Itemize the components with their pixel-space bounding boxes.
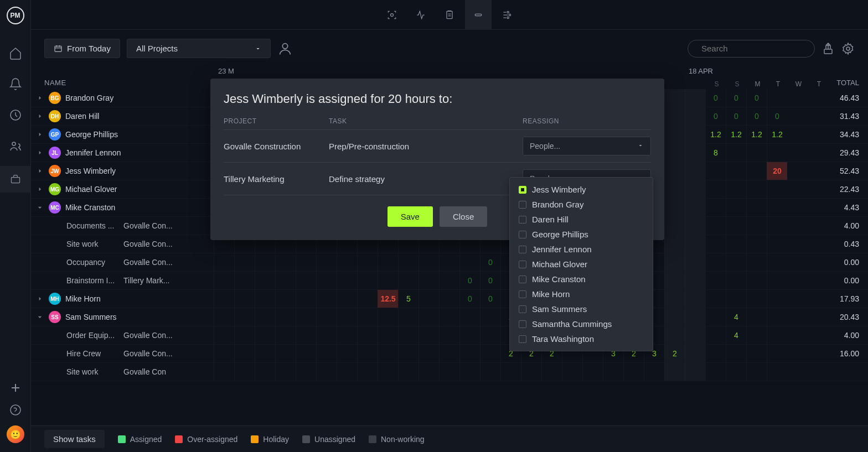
workload-cell[interactable] — [767, 89, 787, 107]
workload-cell[interactable] — [316, 253, 337, 271]
workload-cell[interactable] — [705, 326, 726, 344]
checkbox[interactable] — [519, 216, 526, 224]
workload-cell[interactable] — [664, 217, 685, 235]
workload-cell[interactable] — [685, 290, 705, 308]
workload-cell[interactable] — [685, 345, 705, 362]
workload-cell[interactable] — [255, 253, 275, 271]
workload-cell[interactable] — [664, 363, 685, 381]
workload-cell[interactable] — [255, 363, 275, 381]
workload-cell[interactable] — [234, 308, 255, 326]
workload-cell[interactable] — [685, 235, 705, 253]
workload-cell[interactable] — [767, 326, 787, 344]
workload-cell[interactable] — [357, 363, 378, 381]
workload-cell[interactable] — [296, 308, 316, 326]
workload-cell[interactable] — [623, 363, 644, 381]
workload-cell[interactable] — [705, 290, 726, 308]
workload-cell[interactable] — [726, 363, 746, 381]
chevron-right-icon[interactable] — [35, 112, 44, 121]
chevron-right-icon[interactable] — [35, 167, 44, 175]
workload-cell[interactable] — [255, 272, 275, 289]
from-today-button[interactable]: From Today — [44, 39, 120, 58]
workload-cell[interactable] — [685, 162, 705, 180]
workload-cell[interactable] — [705, 162, 726, 180]
workload-cell[interactable] — [664, 107, 685, 125]
workload-cell[interactable] — [685, 144, 705, 162]
workload-cell[interactable] — [705, 363, 726, 381]
workload-cell[interactable]: 2 — [664, 345, 685, 362]
clipboard-icon[interactable] — [436, 0, 463, 30]
workload-cell[interactable] — [275, 253, 296, 271]
workload-cell[interactable] — [418, 272, 439, 289]
workload-cell[interactable] — [746, 144, 767, 162]
dropdown-item[interactable]: George Phillips — [510, 227, 653, 242]
workload-cell[interactable] — [664, 290, 685, 308]
workload-cell[interactable] — [562, 363, 582, 381]
workload-cell[interactable]: 1.2 — [767, 126, 787, 143]
workload-cell[interactable] — [767, 290, 787, 308]
chevron-down-icon[interactable] — [35, 313, 44, 321]
workload-cell[interactable] — [337, 345, 357, 362]
workload-cell[interactable] — [418, 363, 439, 381]
dropdown-item[interactable]: Tara Washington — [510, 331, 653, 346]
workload-cell[interactable] — [664, 326, 685, 344]
workload-cell[interactable] — [685, 272, 705, 289]
workload-cell[interactable] — [234, 253, 255, 271]
workload-cell[interactable] — [357, 326, 378, 344]
workload-cell[interactable] — [214, 253, 234, 271]
workload-cell[interactable] — [378, 308, 398, 326]
workload-cell[interactable] — [746, 272, 767, 289]
clock-icon[interactable] — [9, 108, 22, 122]
workload-cell[interactable] — [705, 217, 726, 235]
workload-cell[interactable] — [726, 162, 746, 180]
workload-cell[interactable] — [316, 308, 337, 326]
chevron-right-icon[interactable] — [35, 294, 44, 303]
workload-cell[interactable] — [767, 235, 787, 253]
workload-cell[interactable]: 4 — [726, 326, 746, 344]
checkbox[interactable] — [519, 231, 526, 238]
workload-cell[interactable] — [746, 162, 767, 180]
workload-cell[interactable]: 0 — [705, 107, 726, 125]
checkbox[interactable] — [519, 305, 526, 313]
workload-cell[interactable] — [398, 345, 418, 362]
workload-cell[interactable] — [275, 308, 296, 326]
reassign-select[interactable]: People... — [523, 137, 651, 155]
workload-cell[interactable] — [500, 363, 521, 381]
workload-cell[interactable] — [296, 345, 316, 362]
chevron-right-icon[interactable] — [35, 93, 44, 102]
workload-cell[interactable] — [398, 308, 418, 326]
save-button[interactable]: Save — [388, 206, 433, 227]
workload-cell[interactable]: 12.5 — [378, 290, 398, 308]
workload-cell[interactable] — [767, 308, 787, 326]
checkbox[interactable] — [519, 186, 526, 194]
workload-cell[interactable] — [685, 107, 705, 125]
share-icon[interactable] — [822, 42, 835, 55]
workload-cell[interactable]: 1.2 — [705, 126, 726, 143]
workload-cell[interactable] — [234, 272, 255, 289]
checkbox[interactable] — [519, 201, 526, 209]
workload-cell[interactable] — [378, 253, 398, 271]
workload-cell[interactable] — [664, 199, 685, 216]
workload-cell[interactable]: 0 — [459, 290, 480, 308]
workload-cell[interactable]: 4 — [726, 308, 746, 326]
workload-cell[interactable] — [480, 363, 500, 381]
checkbox[interactable] — [519, 290, 526, 298]
person-filter-icon[interactable] — [277, 41, 293, 56]
workload-cell[interactable] — [234, 290, 255, 308]
dropdown-item[interactable]: Michael Glover — [510, 257, 653, 272]
workload-cell[interactable] — [685, 89, 705, 107]
workload-cell[interactable] — [726, 180, 746, 198]
workload-cell[interactable] — [357, 345, 378, 362]
workload-cell[interactable] — [296, 326, 316, 344]
checkbox[interactable] — [519, 261, 526, 268]
workload-cell[interactable] — [337, 290, 357, 308]
workload-cell[interactable] — [378, 363, 398, 381]
chevron-right-icon[interactable] — [35, 185, 44, 194]
workload-cell[interactable] — [582, 363, 603, 381]
workload-cell[interactable] — [398, 253, 418, 271]
workload-cell[interactable] — [214, 272, 234, 289]
workload-cell[interactable]: 1.2 — [746, 126, 767, 143]
search-input[interactable] — [701, 44, 807, 53]
workload-cell[interactable] — [664, 235, 685, 253]
workload-cell[interactable]: 0 — [480, 272, 500, 289]
chevron-down-icon[interactable] — [35, 203, 44, 212]
